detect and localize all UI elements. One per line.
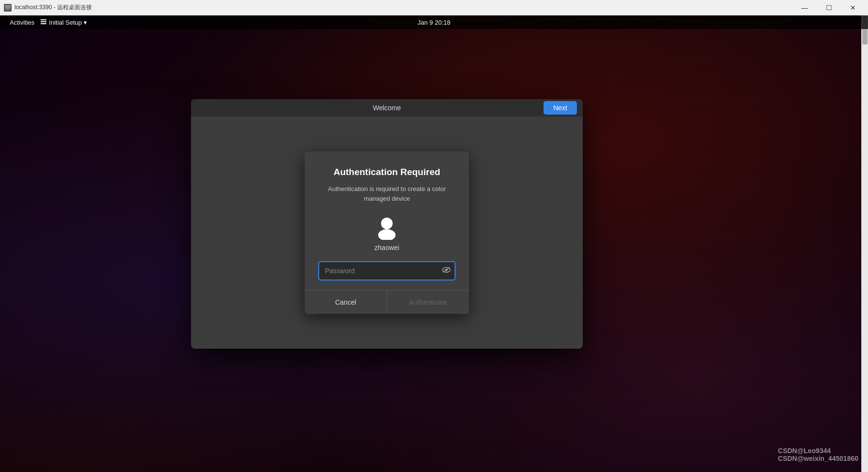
- setup-titlebar: Welcome Next: [191, 99, 583, 117]
- authenticate-button[interactable]: Authenticate: [387, 291, 470, 314]
- setup-content: Authentication Required Authentication i…: [191, 117, 583, 349]
- window-title: localhost:3390 - 远程桌面连接: [15, 3, 794, 12]
- svg-point-6: [378, 229, 396, 240]
- svg-rect-0: [5, 5, 11, 9]
- window-controls: — ☐ ✕: [794, 0, 864, 15]
- app-menu[interactable]: Initial Setup ▾: [40, 18, 87, 27]
- window-titlebar: localhost:3390 - 远程桌面连接 — ☐ ✕: [0, 0, 868, 15]
- cancel-button[interactable]: Cancel: [305, 291, 387, 314]
- auth-buttons: Cancel Authenticate: [305, 290, 469, 314]
- setup-window: Welcome Next Authentication Required Aut…: [191, 99, 583, 349]
- svg-point-5: [381, 218, 393, 229]
- password-field-wrap: [318, 261, 456, 280]
- watermark-line2: CSDN@weixin_44501860: [778, 455, 858, 462]
- svg-rect-4: [41, 23, 46, 24]
- svg-rect-1: [6, 9, 9, 10]
- app-menu-icon: [40, 18, 47, 27]
- activities-button[interactable]: Activities: [6, 19, 38, 26]
- watermark: CSDN@Leo9344 CSDN@weixin_44501860: [778, 447, 858, 462]
- maximize-button[interactable]: ☐: [818, 0, 840, 15]
- auth-dialog: Authentication Required Authentication i…: [305, 151, 469, 314]
- close-button[interactable]: ✕: [842, 0, 864, 15]
- auth-title: Authentication Required: [318, 167, 456, 177]
- watermark-line1: CSDN@Leo9344: [778, 447, 858, 455]
- svg-rect-3: [41, 21, 46, 22]
- svg-rect-2: [41, 19, 46, 20]
- minimize-button[interactable]: —: [794, 0, 816, 15]
- app-menu-arrow: ▾: [84, 19, 87, 26]
- window-app-icon: [4, 4, 12, 12]
- toggle-password-icon[interactable]: [442, 266, 451, 275]
- setup-window-title: Welcome: [373, 104, 401, 112]
- username-label: zhaowei: [374, 244, 399, 251]
- gnome-clock: Jan 9 20:18: [418, 19, 451, 26]
- user-avatar: [374, 215, 399, 240]
- next-button[interactable]: Next: [544, 101, 577, 115]
- auth-user-section: zhaowei: [318, 215, 456, 251]
- password-input[interactable]: [318, 261, 456, 280]
- auth-description: Authentication is required to create a c…: [318, 184, 456, 203]
- desktop-area: Welcome Next Authentication Required Aut…: [0, 29, 868, 472]
- app-menu-label: Initial Setup: [49, 19, 82, 26]
- rdp-scrollbar[interactable]: [861, 15, 868, 472]
- gnome-topbar: Activities Initial Setup ▾ Jan 9 20:18: [0, 15, 868, 29]
